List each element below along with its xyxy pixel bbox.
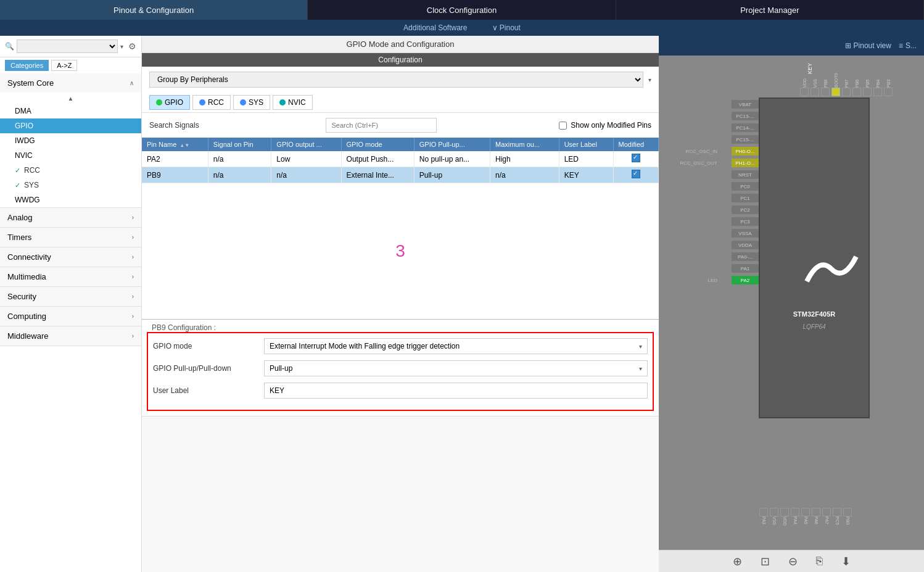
pin-row-ph1: RCC_OSC_OUT PH1-O... [665,157,759,168]
top-pin-boxes: VDD VSS PB8 BOOT0 [799,60,893,96]
sidebar-search-input[interactable] [17,39,118,53]
pin-row-pc3: PC3 [665,216,759,227]
zoom-in-button[interactable]: ⊕ [733,555,742,568]
config-field-gpio-mode: GPIO mode External Interrupt Mode with F… [153,338,648,354]
download-button[interactable]: ⬇ [841,555,851,568]
config-tab-gpio[interactable]: GPIO [149,95,190,110]
pinout-list-button[interactable]: ≡ S... [899,41,917,50]
sidebar-section-header-multimedia[interactable]: Multimedia › [0,267,141,286]
pin-box-pa3-bottom [759,508,768,516]
sidebar-section-header-security[interactable]: Security › [0,287,141,306]
pin-col-pb4: PB4 [873,60,883,96]
sidebar-section-header-computing[interactable]: Computing › [0,307,141,326]
sidebar-section-header-timers[interactable]: Timers › [0,228,141,247]
checkmark-icon-rcc: ✓ [15,167,20,175]
pin-row-pc1: PC1 [665,193,759,204]
pin-box-vdd-bottom [780,508,789,516]
copy-button[interactable]: ⎘ [816,555,823,568]
pin-col-pa5: PA5 [801,508,811,541]
config-tab-sys[interactable]: SYS [233,95,270,110]
group-by-row: Group By Peripherals ▾ [142,67,659,93]
pinout-header: ⊞ Pinout view ≡ S... [659,36,924,56]
col-signal-on-pin[interactable]: Signal on Pin [208,138,271,151]
pin-row-vssa: VSSA [665,228,759,239]
pin-row-vbat: VBAT [665,99,759,110]
pin-row-nrst: NRST [665,169,759,180]
pb9-section-label: PB9 Configuration : [142,320,659,332]
pin-col-pa7: PA7 [822,508,831,541]
fit-view-button[interactable]: ⊡ [761,555,770,568]
gpio-pullup-dropdown[interactable]: Pull-up ▾ [264,360,648,376]
pin-col-pa3: PA3 [759,508,769,541]
col-gpio-pullup[interactable]: GPIO Pull-up... [414,138,490,151]
col-maximum-out[interactable]: Maximum ou... [490,138,559,151]
gear-icon[interactable]: ⚙ [128,41,136,51]
subnav-additional-software[interactable]: Additional Software [403,23,467,32]
col-modified[interactable]: Modified [613,138,658,151]
tab-a-z[interactable]: A->Z [51,60,77,71]
chevron-icon-middleware: › [132,333,134,339]
sidebar-section-system-core: System Core ∧ ▲ DMA GPIO IWDG NVIC [0,73,141,208]
sidebar-item-gpio[interactable]: GPIO [0,118,141,133]
user-label-input[interactable] [264,383,648,399]
pin-col-vss-bottom: VSS [769,508,779,541]
col-user-label[interactable]: User Label [559,138,613,151]
nav-project-manager[interactable]: Project Manager [616,0,924,20]
sidebar-item-rcc[interactable]: ✓ RCC [0,163,141,178]
cell-signal-pb9: n/a [208,167,271,183]
sidebar-section-items-system-core: ▲ DMA GPIO IWDG NVIC ✓ RCC [0,93,141,207]
pin-col-boot0: BOOT0 [831,60,841,96]
gpio-mode-dropdown[interactable]: External Interrupt Mode with Falling edg… [264,338,648,354]
config-tab-nvic[interactable]: NVIC [273,95,313,110]
nav-clock-config[interactable]: Clock Configuration [308,0,616,20]
col-gpio-output[interactable]: GPIO output ... [271,138,341,151]
pb9-config-box: GPIO mode External Interrupt Mode with F… [147,332,654,411]
pin-col-pb7: PB7 [841,60,851,96]
dot-icon-gpio [156,99,162,106]
sidebar-item-wwdg[interactable]: WWDG [0,193,141,207]
col-pin-name[interactable]: Pin Name ▲▼ [142,138,208,151]
cell-label-pb9: KEY [559,167,613,183]
pin-box-pb0 [843,508,852,516]
sidebar-item-sys[interactable]: ✓ SYS [0,178,141,193]
chevron-down-icon-pullup: ▾ [639,365,642,372]
pin-row-pc13: PC13-... [665,110,759,122]
group-by-select[interactable]: Group By Peripherals [149,72,643,88]
sidebar-section-header-middleware[interactable]: Middleware › [0,326,141,346]
col-gpio-mode[interactable]: GPIO mode [341,138,414,151]
show-modified-checkbox[interactable] [559,122,567,130]
nav-pinout-config[interactable]: Pinout & Configuration [0,0,308,20]
sidebar-item-dma[interactable]: DMA [0,104,141,118]
modified-checkbox-pa2 [632,154,640,162]
pin-box-vss-bottom [770,508,778,516]
sidebar-item-nvic[interactable]: NVIC [0,148,141,163]
sidebar-section-header-system-core[interactable]: System Core ∧ [0,73,141,93]
pinout-view-button[interactable]: ⊞ Pinout view [845,41,891,50]
sub-navigation: Additional Software ∨ Pinout [0,20,924,36]
config-field-gpio-pullup: GPIO Pull-up/Pull-down Pull-up ▾ [153,360,648,376]
center-content: GPIO Mode and Configuration Configuratio… [142,36,659,572]
table-row[interactable]: PB9 n/a n/a External Inte... Pull-up n/a… [142,167,659,183]
pin-col-pc5: PC5 [832,508,842,541]
cell-label-pa2: LED [559,151,613,167]
sidebar-item-iwdg[interactable]: IWDG [0,133,141,148]
key-label: KEY [807,63,813,74]
gpio-header: GPIO Mode and Configuration [142,36,659,53]
table-row[interactable]: PA2 n/a Low Output Push... No pull-up an… [142,151,659,167]
sidebar-section-header-analog[interactable]: Analog › [0,208,141,227]
mcu-container: VDD VSS PB8 BOOT0 [659,56,924,572]
sidebar-section-analog: Analog › [0,208,141,228]
zoom-out-button[interactable]: ⊖ [788,555,798,568]
tab-categories[interactable]: Categories [5,60,49,71]
sidebar-section-header-connectivity[interactable]: Connectivity › [0,247,141,267]
chevron-icon-system-core: ∧ [130,80,134,86]
subnav-pinout[interactable]: ∨ Pinout [492,23,521,32]
gpio-table: Pin Name ▲▼ Signal on Pin GPIO output ..… [142,138,659,183]
pin-col-pa4: PA4 [790,508,800,541]
cell-pin-name-pb9: PB9 [142,167,208,183]
pin-box-pa4 [791,508,799,516]
config-tab-rcc[interactable]: RCC [192,95,231,110]
cell-modified-pb9 [613,167,658,183]
config-title: Configuration [142,53,659,67]
signals-search-input[interactable] [326,118,437,133]
